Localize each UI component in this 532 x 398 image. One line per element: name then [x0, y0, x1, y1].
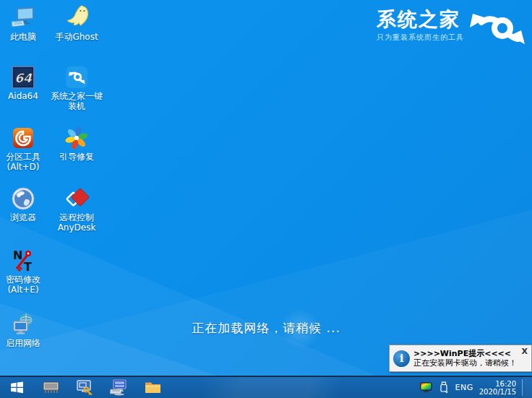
loading-status-text: 正在加载网络，请稍候 ... [0, 320, 532, 337]
brand-subtitle: 只为重装系统而生的工具 [377, 33, 464, 43]
ghost-icon [64, 4, 90, 30]
taskbar-keyboard-pc-button[interactable] [102, 377, 136, 398]
taskbar: ENG 16:20 2020/1/15 [0, 376, 532, 398]
brand-logo: 系统之家 只为重装系统而生的工具 [377, 9, 526, 46]
this-pc-icon [10, 6, 36, 30]
show-desktop-button[interactable] [523, 377, 532, 398]
anydesk-icon [64, 186, 90, 211]
usb-device-icon[interactable] [439, 381, 448, 394]
nt-password-icon: N T [11, 248, 35, 273]
aida64-icon: 64 [11, 65, 35, 90]
windows-logo-icon [9, 380, 25, 395]
desktop-icon-password-reset[interactable]: N T 密码修改(Alt+E) [0, 248, 52, 295]
ram-chip-icon [41, 379, 61, 396]
keyboard-pc-icon [110, 379, 128, 397]
screen-lock-icon [76, 379, 94, 397]
desktop-icon-label: 浏览器 [0, 212, 52, 222]
notification-text: >>>>WinPE提示<<<< 正在安装网卡驱动，请稍候！ [413, 349, 531, 368]
desktop-icon-label: 此电脑 [0, 32, 52, 42]
desktop-icon-label: 分区工具(Alt+D) [0, 152, 52, 172]
display-color-icon[interactable] [420, 382, 432, 393]
winpe-notification: i >>>>WinPE提示<<<< 正在安装网卡驱动，请稍候！ X [389, 345, 532, 372]
diskgenius-icon [11, 126, 35, 150]
desktop-icon-boot-repair[interactable]: 引导修复 [48, 126, 106, 162]
notification-body: 正在安装网卡驱动，请稍候！ [413, 358, 531, 368]
notification-title: >>>>WinPE提示<<<< [413, 349, 531, 358]
clock-date: 2020/1/15 [479, 388, 516, 396]
svg-text:N: N [13, 248, 22, 262]
desktop-icon-label: 引导修复 [48, 152, 106, 162]
clock-time: 16:20 [479, 380, 516, 388]
brand-swoosh-arrow-icon [468, 9, 526, 46]
language-indicator[interactable]: ENG [455, 383, 473, 392]
desktop-icon-manual-ghost[interactable]: 手动Ghost [48, 4, 106, 42]
desktop-icon-anydesk[interactable]: 远程控制AnyDesk [48, 186, 106, 233]
browser-globe-icon [11, 186, 35, 211]
taskbar-clock[interactable]: 16:20 2020/1/15 [479, 380, 516, 396]
svg-text:T: T [24, 260, 32, 273]
desktop-icon-label: 系统之家一键装机 [48, 91, 106, 111]
desktop-background: 此电脑 64 Aida64 分区工具(Alt+D) [0, 0, 532, 376]
desktop-icon-this-pc[interactable]: 此电脑 [0, 6, 52, 42]
brand-text: 系统之家 只为重装系统而生的工具 [377, 9, 464, 43]
info-icon: i [393, 350, 410, 367]
desktop-icon-label: 手动Ghost [48, 32, 106, 42]
folder-icon [144, 380, 162, 395]
desktop-icon-browser[interactable]: 浏览器 [0, 186, 52, 222]
desktop-icon-partition-tool[interactable]: 分区工具(Alt+D) [0, 126, 52, 172]
winpe-desktop: { "desktop": { "brand": { "title": "系统之家… [0, 0, 532, 398]
boot-repair-pinwheel-icon [64, 126, 89, 150]
taskbar-ram-tool-button[interactable] [34, 377, 68, 398]
taskbar-file-explorer-button[interactable] [136, 377, 170, 398]
desktop-icon-label: 密码修改(Alt+E) [0, 274, 52, 295]
close-icon[interactable]: X [522, 347, 528, 356]
desktop-icon-label: 远程控制AnyDesk [48, 212, 106, 233]
start-button[interactable] [0, 377, 34, 398]
onekey-install-icon [64, 65, 89, 90]
brand-title: 系统之家 [377, 9, 464, 30]
desktop-icon-label: 启用网络 [0, 338, 52, 348]
system-tray: ENG 16:20 2020/1/15 [416, 377, 532, 398]
desktop-icon-aida64[interactable]: 64 Aida64 [0, 65, 52, 101]
desktop-icon-onekey-install[interactable]: 系统之家一键装机 [48, 65, 106, 111]
svg-text:64: 64 [14, 71, 33, 85]
desktop-icon-label: Aida64 [0, 91, 52, 101]
taskbar-screen-lock-button[interactable] [68, 377, 102, 398]
